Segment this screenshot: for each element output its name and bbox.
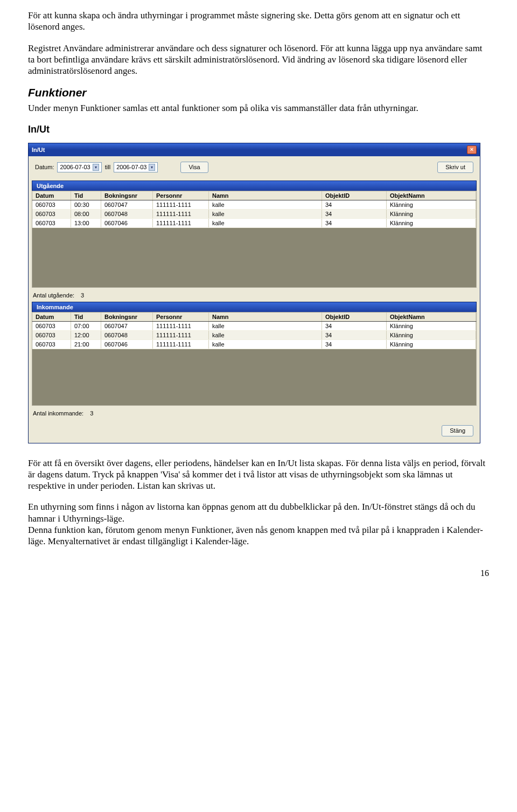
table-row[interactable]: 06070312:000607048111111-1111kalle34Klän… <box>32 331 476 340</box>
cell-objektid: 34 <box>322 340 387 349</box>
cell-tid: 00:30 <box>71 200 101 209</box>
utgaende-group: Utgående Datum Tid Bokningsnr Personnr N… <box>32 181 477 288</box>
cell-objektnamn: Klänning <box>387 200 476 209</box>
cell-namn: kalle <box>209 210 322 218</box>
cell-personnr: 111111-1111 <box>153 340 209 349</box>
cell-objektnamn: Klänning <box>387 340 476 349</box>
intro-paragraph-2: Registret Användare administrerar använd… <box>28 43 489 77</box>
table-row[interactable]: 06070307:000607047111111-1111kalle34Klän… <box>32 322 476 331</box>
cell-tid: 07:00 <box>71 322 101 330</box>
heading-funktioner: Funktioner <box>28 86 489 99</box>
col-personnr[interactable]: Personnr <box>153 313 209 321</box>
cell-bokningsnr: 0607046 <box>101 340 153 349</box>
table-row[interactable]: 06070308:000607048111111-1111kalle34Klän… <box>32 210 476 219</box>
col-namn[interactable]: Namn <box>209 191 322 200</box>
inkommande-count-value: 3 <box>90 410 93 417</box>
cell-tid: 08:00 <box>71 210 101 218</box>
inkommande-header: Inkommande <box>32 302 477 312</box>
col-namn[interactable]: Namn <box>209 313 322 321</box>
date-from-input[interactable]: 2006-07-03 ▾ <box>57 162 101 172</box>
cell-objektnamn: Klänning <box>387 219 476 227</box>
cell-objektid: 34 <box>322 219 387 227</box>
chevron-down-icon[interactable]: ▾ <box>93 164 99 171</box>
heading-inut: In/Ut <box>28 124 489 135</box>
cell-tid: 13:00 <box>71 219 101 227</box>
cell-datum: 060703 <box>32 219 71 227</box>
till-label: till <box>105 164 110 170</box>
date-from-value: 2006-07-03 <box>60 164 90 170</box>
col-datum[interactable]: Datum <box>32 191 71 200</box>
toolbar: Datum: 2006-07-03 ▾ till 2006-07-03 ▾ Vi… <box>29 156 480 181</box>
utgaende-count: Antal utgående: 3 <box>29 288 480 302</box>
cell-bokningsnr: 0607047 <box>101 322 153 330</box>
col-objektnamn[interactable]: ObjektNamn <box>387 313 476 321</box>
inkommande-count: Antal inkommande: 3 <box>29 406 480 420</box>
inut-window: In/Ut × Datum: 2006-07-03 ▾ till 2006-07… <box>28 143 480 443</box>
window-title: In/Ut <box>32 147 467 153</box>
cell-datum: 060703 <box>32 331 71 339</box>
cell-datum: 060703 <box>32 210 71 218</box>
cell-personnr: 111111-1111 <box>153 322 209 330</box>
cell-datum: 060703 <box>32 340 71 349</box>
col-datum[interactable]: Datum <box>32 313 71 321</box>
description-paragraph-2: En uthyrning som finns i någon av listor… <box>28 501 489 524</box>
cell-tid: 12:00 <box>71 331 101 339</box>
cell-datum: 060703 <box>32 200 71 209</box>
datum-label: Datum: <box>35 164 54 170</box>
description-paragraph-1: För att få en översikt över dagens, elle… <box>28 457 489 492</box>
col-objektnamn[interactable]: ObjektNamn <box>387 191 476 200</box>
cell-objektid: 34 <box>322 322 387 330</box>
cell-objektnamn: Klänning <box>387 322 476 330</box>
col-bokningsnr[interactable]: Bokningsnr <box>101 313 153 321</box>
cell-objektnamn: Klänning <box>387 210 476 218</box>
cell-datum: 060703 <box>32 322 71 330</box>
cell-objektid: 34 <box>322 210 387 218</box>
chevron-down-icon[interactable]: ▾ <box>149 164 155 171</box>
col-tid[interactable]: Tid <box>71 191 101 200</box>
cell-personnr: 111111-1111 <box>153 200 209 209</box>
cell-personnr: 111111-1111 <box>153 331 209 339</box>
window-titlebar: In/Ut × <box>29 143 480 156</box>
cell-personnr: 111111-1111 <box>153 219 209 227</box>
funktioner-paragraph: Under menyn Funktioner samlas ett antal … <box>28 102 489 114</box>
stang-button[interactable]: Stäng <box>442 425 473 436</box>
table-row[interactable]: 06070321:000607046111111-1111kalle34Klän… <box>32 340 476 349</box>
utgaende-header: Utgående <box>32 181 477 191</box>
cell-objektid: 34 <box>322 200 387 209</box>
cell-bokningsnr: 0607048 <box>101 210 153 218</box>
skrivut-button[interactable]: Skriv ut <box>437 162 473 173</box>
date-to-value: 2006-07-03 <box>116 164 146 170</box>
utgaende-count-value: 3 <box>81 292 84 299</box>
cell-namn: kalle <box>209 331 322 339</box>
table-row[interactable]: 06070313:000607046111111-1111kalle34Klän… <box>32 219 476 228</box>
utgaende-count-label: Antal utgående: <box>33 292 74 299</box>
cell-namn: kalle <box>209 322 322 330</box>
cell-objektid: 34 <box>322 331 387 339</box>
inkommande-count-label: Antal inkommande: <box>33 410 83 417</box>
inkommande-group: Inkommande Datum Tid Bokningsnr Personnr… <box>32 302 477 406</box>
cell-bokningsnr: 0607047 <box>101 200 153 209</box>
intro-paragraph-1: För att kunna skapa och ändra uthyrninga… <box>28 10 489 33</box>
cell-namn: kalle <box>209 219 322 227</box>
cell-objektnamn: Klänning <box>387 331 476 339</box>
cell-tid: 21:00 <box>71 340 101 349</box>
visa-button[interactable]: Visa <box>180 162 208 173</box>
page-number: 16 <box>28 568 489 578</box>
description-paragraph-3: Denna funktion kan, förutom genom menyn … <box>28 524 489 547</box>
col-objektid[interactable]: ObjektID <box>322 313 387 321</box>
cell-bokningsnr: 0607048 <box>101 331 153 339</box>
col-bokningsnr[interactable]: Bokningsnr <box>101 191 153 200</box>
cell-namn: kalle <box>209 200 322 209</box>
table-row[interactable]: 06070300:300607047111111-1111kalle34Klän… <box>32 200 476 210</box>
utgaende-column-header: Datum Tid Bokningsnr Personnr Namn Objek… <box>32 191 477 200</box>
inkommande-column-header: Datum Tid Bokningsnr Personnr Namn Objek… <box>32 312 477 322</box>
cell-namn: kalle <box>209 340 322 349</box>
col-personnr[interactable]: Personnr <box>153 191 209 200</box>
col-objektid[interactable]: ObjektID <box>322 191 387 200</box>
cell-bokningsnr: 0607046 <box>101 219 153 227</box>
cell-personnr: 111111-1111 <box>153 210 209 218</box>
date-to-input[interactable]: 2006-07-03 ▾ <box>114 162 158 172</box>
close-icon[interactable]: × <box>467 145 477 154</box>
col-tid[interactable]: Tid <box>71 313 101 321</box>
